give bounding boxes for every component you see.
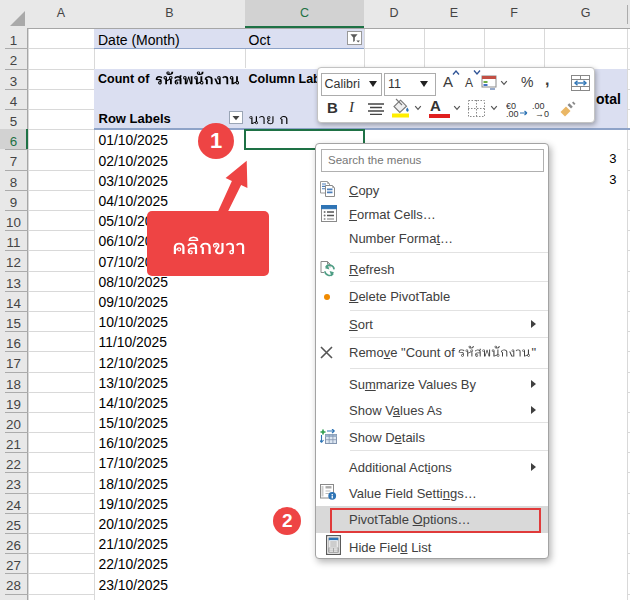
svg-text:→0: →0 bbox=[535, 109, 549, 118]
svg-text:.00: .00 bbox=[506, 109, 519, 118]
